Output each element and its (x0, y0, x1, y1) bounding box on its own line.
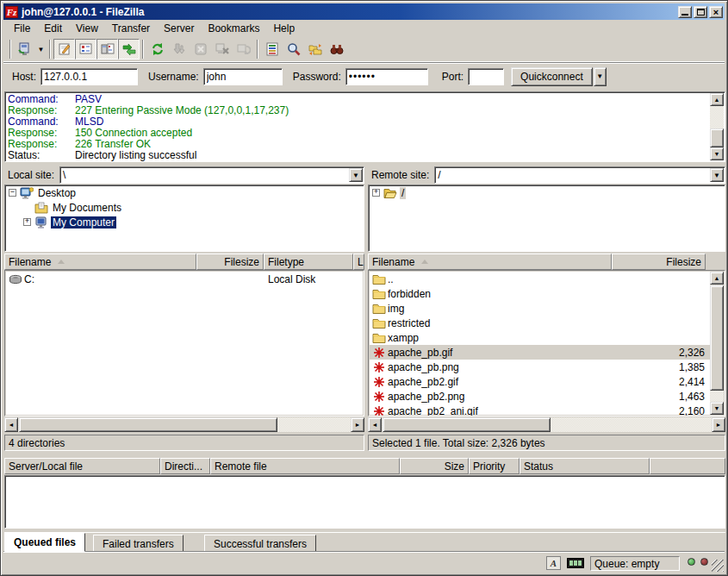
remote-hscrollbar-thumb[interactable] (383, 417, 551, 432)
file-row-[interactable]: .. (370, 272, 710, 286)
tree-item-my-computer[interactable]: +My Computer (5, 215, 364, 229)
toggle-remote-tree-icon (101, 42, 115, 56)
remote-pane: Remote site: / ▼ +/ FilenameFilesize ..f… (368, 166, 725, 452)
queue-column-status[interactable]: Status (520, 458, 650, 474)
minimize-button[interactable] (678, 6, 692, 18)
menu-file[interactable]: File (7, 21, 37, 36)
column-header-filename[interactable]: Filename (4, 254, 196, 270)
toolbar: ▼ (3, 37, 725, 62)
queue-column-remote-file[interactable]: Remote file (210, 458, 400, 474)
tree-item-my-documents[interactable]: My Documents (5, 200, 364, 215)
column-header-filesize[interactable]: Filesize (196, 254, 264, 270)
message-log: Command:PASVResponse:227 Entering Passiv… (4, 91, 725, 162)
close-button[interactable]: × (709, 6, 723, 18)
file-row-apache-pb-gif[interactable]: apache_pb.gif2,326 (370, 345, 710, 360)
toggle-transfer-queue-button[interactable] (118, 39, 140, 59)
disconnect-button[interactable] (211, 39, 233, 59)
local-hscrollbar-thumb[interactable] (19, 417, 277, 432)
file-row-img[interactable]: img (370, 301, 710, 316)
scroll-right-icon[interactable]: ► (351, 417, 364, 432)
menu-edit[interactable]: Edit (37, 21, 69, 36)
port-input[interactable] (468, 68, 504, 85)
reconnect-button[interactable] (233, 39, 254, 59)
scroll-right-icon[interactable]: ► (712, 417, 725, 432)
remote-vscrollbar[interactable]: ▲ ▼ (710, 272, 724, 415)
column-header-filename[interactable]: Filename (368, 254, 612, 270)
title-bar[interactable]: Fz john@127.0.0.1 - FileZilla × (3, 3, 725, 20)
scroll-down-icon[interactable]: ▼ (710, 147, 724, 160)
host-input[interactable] (40, 68, 138, 85)
expand-plus-icon[interactable]: + (23, 218, 31, 226)
expand-plus-icon[interactable]: + (372, 189, 380, 197)
column-header-l[interactable]: L (353, 254, 364, 270)
file-row-apache-pb2-png[interactable]: apache_pb2.png1,463 (370, 389, 710, 404)
resize-grip-icon[interactable] (712, 560, 724, 572)
tab-failed-transfers[interactable]: Failed transfers (93, 535, 184, 552)
scroll-down-icon[interactable]: ▼ (710, 402, 724, 415)
username-input[interactable] (203, 68, 283, 85)
file-row-restricted[interactable]: restricted (370, 316, 710, 330)
file-row-xampp[interactable]: xampp (370, 330, 710, 345)
local-site-dropdown-button[interactable]: ▼ (349, 168, 363, 182)
menu-server[interactable]: Server (157, 21, 201, 36)
toggle-message-log-button[interactable] (53, 39, 75, 59)
local-status-text: 4 directories (4, 435, 364, 451)
queue-column-priority[interactable]: Priority (469, 458, 520, 474)
site-manager-button[interactable] (14, 39, 35, 59)
local-hscrollbar[interactable]: ◄ ► (4, 417, 364, 432)
tab-successful-transfers[interactable]: Successful transfers (204, 535, 316, 552)
find-files-button[interactable] (326, 39, 347, 59)
remote-vscrollbar-thumb[interactable] (710, 285, 724, 391)
quickconnect-button[interactable]: Quickconnect (511, 67, 593, 86)
site-manager-dropdown-button[interactable]: ▼ (35, 39, 47, 59)
filename-text: apache_pb2.gif (388, 376, 458, 388)
menu-view[interactable]: View (69, 21, 105, 36)
file-row-apache-pb2-ani-gif[interactable]: apache_pb2_ani.gif2,160 (370, 404, 710, 416)
directory-comparison-button[interactable] (283, 39, 304, 59)
speed-limit-indicator[interactable] (567, 558, 584, 568)
scroll-left-icon[interactable]: ◄ (4, 417, 18, 432)
remote-site-combobox[interactable]: / ▼ (434, 166, 725, 184)
close-icon: × (713, 8, 719, 16)
chevron-down-icon: ▼ (713, 172, 720, 179)
queue-column-directi[interactable]: Directi... (160, 458, 210, 474)
refresh-button[interactable] (146, 39, 168, 59)
log-scrollbar[interactable]: ▲ ▼ (710, 93, 724, 160)
file-row-c[interactable]: C:Local Disk (6, 272, 363, 286)
cancel-operation-button[interactable] (190, 39, 211, 59)
menu-help[interactable]: Help (266, 21, 302, 36)
file-row-forbidden[interactable]: forbidden (370, 286, 710, 301)
column-header-filesize[interactable]: Filesize (612, 254, 706, 270)
tree-item-[interactable]: +/ (369, 185, 725, 200)
file-row-apache-pb2-gif[interactable]: apache_pb2.gif2,414 (370, 374, 710, 389)
tree-item-desktop[interactable]: −Desktop (5, 185, 364, 200)
collapse-minus-icon[interactable]: − (9, 189, 16, 197)
toggle-remote-tree-button[interactable] (96, 39, 118, 59)
scroll-up-icon[interactable]: ▲ (710, 272, 724, 285)
queue-tabs: Queued filesFailed transfersSuccessful t… (4, 532, 725, 551)
synchronized-browsing-button[interactable] (304, 39, 326, 59)
column-header-filetype[interactable]: Filetype (264, 254, 353, 270)
menu-bookmarks[interactable]: Bookmarks (201, 21, 266, 36)
file-row-apache-pb-png[interactable]: apache_pb.png1,385 (370, 360, 710, 374)
password-input[interactable] (345, 68, 428, 85)
scroll-left-icon[interactable]: ◄ (368, 417, 382, 432)
remote-site-dropdown-button[interactable]: ▼ (710, 168, 724, 182)
filename-filters-button[interactable] (261, 39, 283, 59)
tree-item-label: My Documents (51, 202, 123, 214)
queue-column-server-local-file[interactable]: Server/Local file (4, 458, 160, 474)
maximize-button[interactable] (694, 6, 707, 18)
local-site-combobox[interactable]: \ ▼ (59, 166, 364, 184)
ascii-transfer-type-icon[interactable]: A (546, 556, 561, 570)
scroll-up-icon[interactable]: ▲ (710, 93, 724, 106)
log-scrollbar-thumb[interactable] (710, 128, 724, 147)
menu-transfer[interactable]: Transfer (105, 21, 157, 36)
process-queue-button[interactable] (168, 39, 190, 59)
filename-text: img (388, 303, 404, 315)
remote-hscrollbar[interactable]: ◄ ► (368, 417, 725, 432)
queue-column-size[interactable]: Size (400, 458, 469, 474)
tab-queued-files[interactable]: Queued files (4, 533, 85, 552)
toolbar-separator (257, 40, 258, 59)
quickconnect-dropdown-button[interactable]: ▼ (594, 67, 607, 86)
toggle-local-tree-button[interactable] (75, 39, 96, 59)
